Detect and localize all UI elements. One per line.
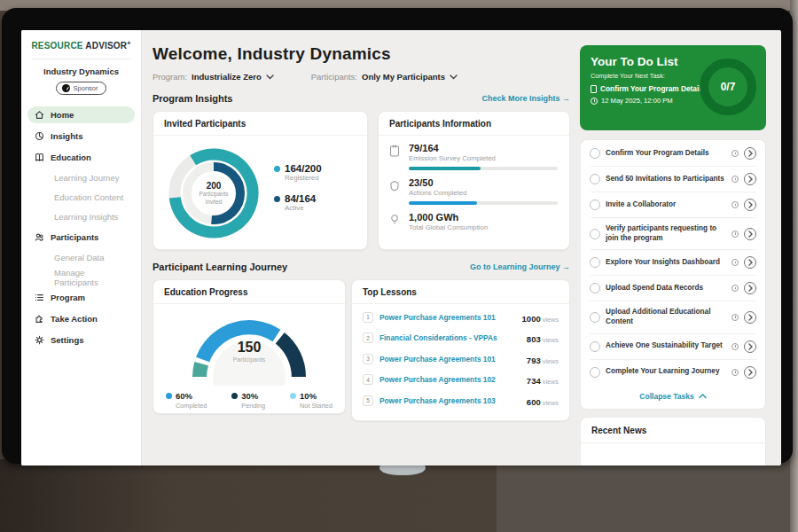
task-open-button[interactable] (744, 199, 756, 211)
todo-progress-ring: 0/7 (700, 59, 756, 115)
sidebar-item-settings[interactable]: Settings (27, 332, 135, 348)
clock-icon (732, 285, 739, 292)
sidebar-item-insights[interactable]: Insights (27, 128, 135, 145)
due-date: 12 May 2025, 12:00 PM (601, 97, 673, 105)
lesson-row: 3 Power Purchase Agreements 101 793 view… (352, 346, 569, 367)
go-to-learning-journey-link[interactable]: Go to Learning Journey → (470, 262, 570, 271)
task-row: Complete Your Learning Journey (590, 360, 756, 385)
lesson-link[interactable]: Power Purchase Agreements 101 (379, 313, 516, 322)
todo-column: Your To Do List Complete Your Next Task:… (580, 45, 766, 466)
task-row: Upload Spend Data Records (590, 276, 756, 301)
recent-news-card: Recent News (580, 417, 766, 466)
task-open-button[interactable] (744, 228, 756, 240)
sidebar-menu: Home Insights Education Learning Journey… (21, 106, 141, 348)
clock-icon (591, 98, 598, 105)
task-checkbox[interactable] (590, 312, 600, 323)
learning-cards-row: Education Progress 150 Participants (153, 279, 581, 421)
lesson-link[interactable]: Power Purchase Agreements 103 (379, 396, 520, 405)
lesson-row: 4 Power Purchase Agreements 102 734 view… (352, 367, 569, 388)
task-row: Confirm Your Program Details (590, 141, 756, 167)
education-progress-card: Education Progress 150 Participants (153, 279, 346, 414)
clock-icon (732, 314, 739, 321)
sidebar-item-learning-journey[interactable]: Learning Journey (27, 170, 135, 185)
donut-center-value: 200 (207, 181, 222, 191)
logo-resource: RESOURCE (31, 41, 82, 51)
participants-dropdown[interactable]: Participants: Only My Participants (311, 72, 458, 82)
top-lessons-card: Top Lessons 1 Power Purchase Agreements … (351, 279, 570, 421)
task-row: Invite a Collaborator (590, 192, 756, 218)
task-checkbox[interactable] (590, 200, 600, 210)
sidebar-item-take-action[interactable]: Take Action (27, 310, 135, 327)
sponsor-badge: Sponsor (56, 82, 107, 95)
lesson-row: 1 Power Purchase Agreements 101 1000 vie… (352, 304, 569, 325)
program-dropdown[interactable]: Program: Industrialize Zero (153, 72, 274, 82)
task-checkbox[interactable] (590, 229, 600, 239)
task-open-button[interactable] (744, 340, 756, 353)
list-icon (35, 293, 44, 302)
sidebar-item-learning-insights[interactable]: Learning Insights (27, 209, 135, 224)
task-open-button[interactable] (744, 311, 756, 324)
dashboard-screen: RESOURCE ADVISOR+ Industry Dynamics Spon… (21, 30, 781, 466)
sidebar-item-program[interactable]: Program (27, 289, 135, 306)
actions-icon (389, 177, 401, 205)
app-logo: RESOURCE ADVISOR+ (21, 30, 141, 51)
invited-participants-card: Invited Participants 200 Participants In… (153, 111, 368, 250)
sidebar-item-home[interactable]: Home (27, 106, 135, 123)
actions-progress-bar (409, 201, 558, 205)
program-value: Industrialize Zero (192, 72, 262, 82)
clock-icon (732, 176, 739, 183)
learning-journey-header: Participant Learning Journey Go to Learn… (153, 262, 570, 272)
sidebar-item-participants[interactable]: Participants (27, 229, 135, 246)
task-row: Upload Additional Educational Content (590, 301, 756, 333)
filters-bar: Program: Industrialize Zero Participants… (153, 72, 581, 82)
sponsor-label: Sponsor (74, 84, 98, 92)
puzzle-icon (35, 314, 44, 324)
task-checkbox[interactable] (590, 148, 600, 159)
clock-icon (732, 150, 739, 157)
lesson-link[interactable]: Financial Considerations - VPPAs (379, 333, 520, 342)
survey-icon (389, 143, 401, 170)
todo-tasks-card: Confirm Your Program Details Send 50 Inv… (580, 139, 766, 410)
clock-icon (732, 201, 739, 208)
task-checkbox[interactable] (590, 367, 600, 378)
sidebar-item-general-data[interactable]: General Data (27, 250, 135, 265)
task-open-button[interactable] (744, 366, 756, 379)
invited-donut-chart: 200 Participants Invited (160, 141, 267, 246)
clock-icon (732, 343, 739, 350)
consumption-row: 1,000 GWh Total Global Consumption (379, 205, 569, 231)
sidebar-item-education-content[interactable]: Education Content (27, 190, 135, 205)
task-row: Send 50 Invitations to Participants (590, 167, 756, 192)
task-checkbox[interactable] (590, 257, 600, 268)
task-open-button[interactable] (744, 173, 756, 185)
home-icon (35, 110, 44, 120)
divider (32, 59, 130, 59)
emission-survey-row: 79/164 Emission Survey Completed (379, 136, 569, 170)
org-name: Industry Dynamics (21, 66, 141, 76)
not-started-dot (290, 393, 296, 399)
sidebar-item-manage-participants[interactable]: Manage Participants (27, 270, 135, 285)
education-gauge-chart: 150 Participants (183, 313, 316, 386)
section-title: Participant Learning Journey (153, 262, 287, 272)
check-more-insights-link[interactable]: Check More Insights → (481, 94, 570, 103)
collapse-tasks-link[interactable]: Collapse Tasks (590, 385, 756, 409)
task-row: Explore Your Insights Dashboard (590, 250, 756, 276)
clock-icon (732, 259, 739, 266)
program-insights-header: Program Insights Check More Insights → (153, 93, 570, 104)
lesson-link[interactable]: Power Purchase Agreements 102 (379, 375, 520, 384)
card-title: Top Lessons (352, 280, 569, 304)
task-open-button[interactable] (744, 282, 756, 294)
emission-progress-bar (409, 167, 558, 170)
chevron-up-icon (699, 394, 707, 399)
pending-dot (231, 393, 238, 399)
next-task-label: Confirm Your Program Details (600, 84, 705, 93)
monitor-bezel: RESOURCE ADVISOR+ Industry Dynamics Spon… (2, 8, 793, 464)
task-open-button[interactable] (744, 256, 756, 269)
task-checkbox[interactable] (590, 283, 600, 293)
lesson-link[interactable]: Power Purchase Agreements 101 (379, 355, 520, 364)
task-open-button[interactable] (744, 147, 756, 160)
task-checkbox[interactable] (590, 341, 600, 352)
sidebar-item-education[interactable]: Education (27, 149, 135, 166)
participants-information-card: Participants Information 79/164 Emission… (378, 111, 570, 250)
todo-progress-count: 0/7 (721, 81, 736, 93)
task-checkbox[interactable] (590, 174, 600, 184)
